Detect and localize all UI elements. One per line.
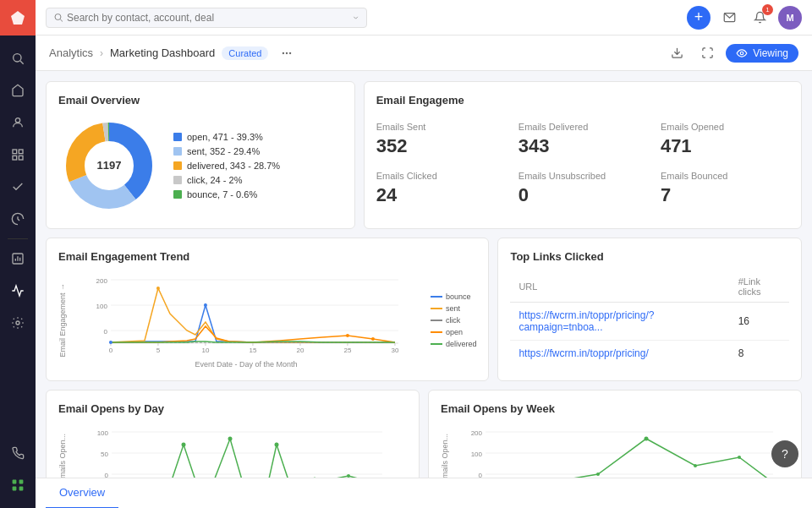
more-options-btn[interactable] (275, 41, 299, 65)
svg-point-17 (55, 14, 61, 20)
svg-marker-0 (11, 11, 25, 25)
search-icon (53, 12, 63, 23)
svg-text:5: 5 (156, 347, 161, 354)
curated-badge: Curated (222, 46, 268, 60)
legend-dot-bounce (173, 190, 182, 199)
trend-y-label: Email Engagement → (58, 283, 67, 358)
legend-bounce: bounce (431, 292, 477, 301)
svg-point-1 (14, 54, 21, 62)
svg-text:1197: 1197 (97, 159, 122, 172)
svg-point-72 (275, 443, 279, 447)
stat-opened: Emails Opened 471 (661, 122, 789, 157)
main-content: Email Overview 119 (36, 71, 812, 478)
row-3: Email Opens by Day Total Emails Open... … (46, 390, 802, 478)
svg-text:0: 0 (109, 347, 113, 354)
table-row: https://fwcrm.in/toppr/pricing/?campaign… (510, 303, 789, 341)
breadcrumb-separator: › (100, 47, 103, 59)
svg-text:30: 30 (391, 347, 398, 354)
bottom-tabs: Overview (36, 478, 812, 508)
viewing-button[interactable]: Viewing (726, 44, 798, 63)
svg-rect-7 (19, 156, 23, 160)
svg-text:0: 0 (103, 328, 107, 336)
svg-point-24 (740, 52, 743, 55)
top-links-title: Top Links Clicked (510, 250, 789, 263)
email-overview-card: Email Overview 119 (46, 81, 355, 229)
svg-point-97 (694, 464, 697, 467)
row-2: Email Engagement Trend Email Engagement … (46, 238, 802, 381)
home-icon[interactable] (0, 74, 36, 107)
legend-dot-sent (173, 147, 182, 156)
avatar[interactable]: M (778, 6, 802, 30)
search-sidebar-icon[interactable] (0, 42, 36, 74)
table-row: https://fwcrm.in/toppr/pricing/ 8 (510, 341, 789, 367)
email-trend-card: Email Engagement Trend Email Engagement … (46, 238, 489, 381)
svg-text:200: 200 (96, 277, 108, 285)
contacts-icon[interactable] (0, 107, 36, 139)
add-button[interactable]: + (687, 6, 710, 30)
export-btn[interactable] (665, 41, 689, 65)
marketing-icon[interactable] (0, 203, 36, 235)
notification-count: 1 (762, 4, 773, 15)
svg-text:100: 100 (471, 451, 483, 458)
app-logo[interactable] (0, 0, 36, 36)
svg-rect-15 (13, 487, 17, 491)
stat-unsubscribed: Emails Unsubscribed 0 (518, 171, 647, 206)
svg-point-57 (371, 337, 375, 341)
help-button[interactable]: ? (771, 440, 798, 467)
engagement-stats: Emails Sent 352 Emails Delivered 343 Ema… (376, 115, 789, 213)
svg-point-21 (286, 52, 288, 53)
svg-point-56 (346, 334, 349, 337)
link-url-1: https://fwcrm.in/toppr/pricing/?campaign… (510, 303, 729, 341)
legend-dot-click (173, 176, 182, 184)
breadcrumb-current: Marketing Dashboard (110, 46, 215, 59)
opens-day-y-label: Total Emails Open... (58, 434, 67, 478)
integrations-icon[interactable] (0, 469, 36, 501)
svg-rect-4 (13, 150, 17, 154)
svg-text:20: 20 (296, 347, 304, 354)
donut-chart: 1197 (58, 115, 160, 216)
notifications-btn[interactable]: 1 (748, 6, 771, 30)
link-clicks-1: 16 (730, 303, 789, 341)
svg-text:25: 25 (343, 347, 351, 354)
reports-icon[interactable] (0, 243, 36, 275)
email-icon-btn[interactable] (717, 6, 741, 30)
svg-rect-14 (19, 480, 24, 484)
settings-icon[interactable] (0, 307, 36, 339)
legend-item-click: click, 24 - 2% (173, 175, 280, 185)
svg-point-70 (182, 443, 186, 447)
links-table: URL #Link clicks https://fwcrm.in/toppr/… (510, 271, 789, 366)
tab-overview[interactable]: Overview (46, 478, 118, 509)
svg-text:200: 200 (471, 429, 483, 437)
col-clicks: #Link clicks (730, 271, 789, 303)
svg-point-95 (596, 472, 600, 476)
search-bar[interactable] (46, 8, 367, 28)
svg-point-98 (738, 456, 741, 459)
search-input[interactable] (67, 12, 348, 24)
link-url-2: https://fwcrm.in/toppr/pricing/ (510, 341, 729, 367)
opens-by-week-card: Email Opens by Week Total Emails Open...… (428, 390, 802, 478)
stat-delivered: Emails Delivered 343 (518, 122, 647, 157)
legend-dot-delivered (173, 161, 182, 170)
svg-point-96 (645, 437, 649, 441)
deals-icon[interactable] (0, 139, 36, 171)
svg-point-20 (283, 52, 284, 53)
link-clicks-2: 8 (730, 341, 789, 367)
svg-line-18 (60, 19, 63, 22)
phone-icon[interactable] (0, 437, 36, 469)
opens-by-day-title: Email Opens by Day (58, 402, 407, 415)
email-overview-title: Email Overview (58, 94, 343, 107)
svg-point-12 (16, 321, 19, 325)
svg-point-53 (109, 341, 112, 344)
svg-rect-16 (19, 487, 24, 491)
svg-rect-6 (13, 156, 17, 160)
opens-day-chart: 100 50 0 0 5 10 15 20 (70, 423, 407, 478)
sidebar (0, 0, 36, 508)
svg-text:100: 100 (97, 429, 109, 437)
svg-rect-13 (13, 480, 17, 484)
analytics-icon[interactable] (0, 275, 36, 307)
opens-week-chart: 200 100 0 SUNDAY MONDAY TUESDAY WEDNESDA… (453, 423, 789, 478)
fullscreen-btn[interactable] (695, 41, 719, 65)
activities-icon[interactable] (0, 171, 36, 203)
breadcrumb-analytics[interactable]: Analytics (49, 46, 93, 59)
svg-point-55 (156, 287, 160, 290)
